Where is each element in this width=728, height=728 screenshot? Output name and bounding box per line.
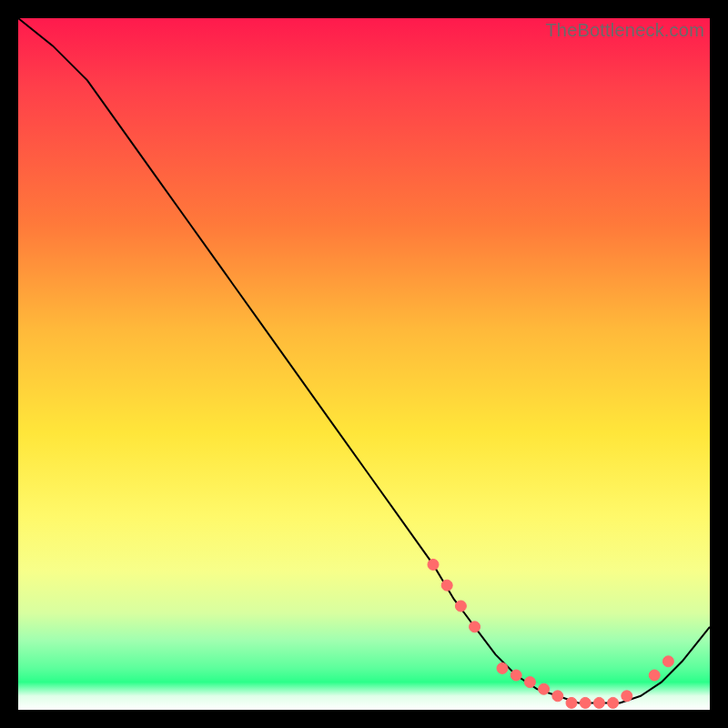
marker-dot [428,559,439,570]
marker-dot [566,697,577,708]
marker-dot [662,656,673,667]
marker-dot [539,683,550,694]
plot-area: TheBottleneck.com [18,18,710,710]
marker-dot [511,670,521,681]
marker-dot [497,662,508,673]
marker-dots [428,559,673,708]
marker-dot [593,697,604,708]
marker-dot [649,670,660,681]
marker-dot [552,691,563,702]
marker-dot [470,622,480,632]
marker-dot [455,601,466,612]
marker-dot [608,697,619,708]
bottleneck-curve [18,18,710,703]
curve-svg [18,18,710,710]
marker-dot [524,677,535,688]
marker-dot [441,580,452,591]
marker-dot [580,697,591,708]
chart-frame: TheBottleneck.com [0,0,728,728]
marker-dot [622,691,632,702]
